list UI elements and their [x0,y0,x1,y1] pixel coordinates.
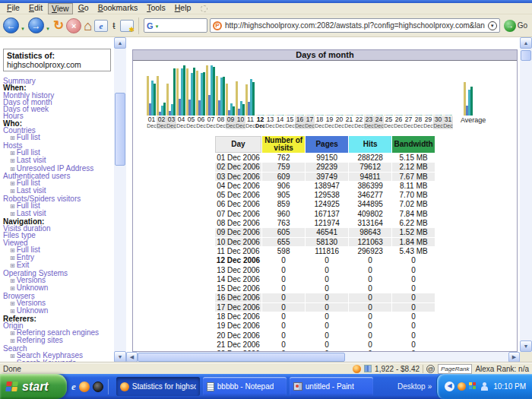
quicklaunch-media-icon[interactable] [93,382,103,392]
day-label: 14Dec [275,116,285,129]
url-text[interactable]: http://highschoolproxy.com:2082/awstats.… [225,21,485,30]
hscroll-right-icon[interactable]: ▶ [508,352,520,363]
table-cell: 0 [392,340,435,349]
back-button[interactable]: ← [3,17,19,33]
main-scroll-up-icon[interactable]: ▲ [520,37,532,49]
table-cell: 609 [262,173,305,181]
desktop-chevron-icon[interactable]: » [428,382,432,391]
task-label: bbbbb - Notepad [217,382,274,391]
chart-day-group [216,76,226,116]
chart-day-group [354,115,364,116]
table-cell: 19 Dec 2006 [215,321,261,330]
table-cell: 12 Dec 2006 [215,256,261,264]
search-engine-dropdown-icon[interactable]: ▼ [155,24,160,29]
sidebar-scrollbar[interactable]: ▲ ▼ [114,37,126,363]
menu-edit[interactable]: Edit [25,3,46,14]
traffic-chart-icon[interactable] [364,365,372,372]
table-cell: 03 Dec 2006 [215,173,261,181]
go-button[interactable]: → Go [502,20,529,32]
forward-icon: → [31,21,40,31]
table-row-05-dec-2006: 05 Dec 20069051295383462777.70 MB [215,191,435,199]
chart-day-group [196,71,206,116]
task-button-bbbbb-notepad[interactable]: bbbbb - Notepad [203,377,287,396]
main-scrollbar[interactable]: ▲ ▼ [520,37,532,352]
bar-bandwidth-mb [163,103,166,116]
table-cell: 7.70 MB [392,191,435,199]
column-header-bandwidth: Bandwidth [392,136,435,153]
table-cell: 859 [262,200,305,208]
chart-day-group [404,115,413,116]
menu-bookmarks[interactable]: Bookmarks [94,3,142,14]
chart-day-group [236,81,245,116]
start-button[interactable]: start [0,374,67,399]
desktop-label[interactable]: Desktop [397,382,426,391]
expand-icon: ⊞ [10,300,15,307]
quicklaunch-firefox-icon[interactable] [79,382,90,392]
table-cell: 05 Dec 2006 [215,191,261,199]
forward-dropdown-icon[interactable]: ▼ [46,27,50,31]
search-engine-icon[interactable]: G [147,21,154,30]
menu-go[interactable]: Go [74,3,93,14]
sidebar-scroll-down-icon[interactable]: ▼ [114,351,126,363]
taskbar: start e Statistics for highsch...bbbbb -… [0,374,532,399]
chart-day-group [305,115,315,116]
sidebar-item-unknown[interactable]: ⊞Unknown [3,307,112,315]
hscroll-left-icon[interactable]: ◀ [126,352,138,363]
tray-grid-icon[interactable] [469,382,477,391]
hscroll-thumb[interactable] [138,353,345,362]
search-input[interactable] [161,21,204,30]
tray-user-icon[interactable] [480,382,489,391]
table-cell: 2.12 MB [392,163,435,171]
at-icon[interactable]: @ [426,365,435,373]
sidebar-scroll-thumb[interactable] [115,93,125,166]
hscroll-track[interactable] [138,352,508,363]
table-row-04-dec-2006: 04 Dec 20069061389473863998.11 MB [215,182,435,190]
table-cell: 5.43 MB [392,247,435,255]
bar-bandwidth-mb [213,67,215,116]
stop-button[interactable]: × [66,18,81,33]
table-cell: 0 [306,275,348,283]
sidebar-scroll-up-icon[interactable]: ▲ [114,37,126,49]
browser-window: FileEditViewGoBookmarksToolsHelp ← ▼ → ▼… [0,0,532,399]
table-cell: 138947 [306,182,348,190]
firefox-status-icon[interactable] [353,365,361,373]
main-scroll-thumb[interactable] [521,50,531,61]
day-label: 27Dec [404,116,413,129]
bar-bandwidth-mb [312,115,314,116]
address-bar[interactable]: P http://highschoolproxy.com:2082/awstat… [210,18,500,33]
main-scroll-track[interactable] [520,49,532,340]
web-search-box[interactable]: G ▼ [144,18,207,33]
plugin-tool-icon[interactable]: ŧ [110,21,118,31]
reload-button[interactable]: ↻ [53,18,64,33]
table-cell: 1.84 MB [392,238,435,246]
column-header-day: Day [215,136,261,153]
table-cell: 121063 [349,238,391,246]
task-button-statistics-for-highsch[interactable]: Statistics for highsch... [116,377,200,396]
menu-help[interactable]: Help [171,3,195,14]
task-button-untitled-paint[interactable]: untitled - Paint [290,377,373,396]
bar-bandwidth-mb [450,115,452,116]
table-row-07-dec-2006: 07 Dec 20069601671374098027.84 MB [215,210,435,218]
day-label: 13Dec [265,116,275,129]
main-horizontal-scrollbar[interactable]: ◀ ▶ [126,352,520,363]
pagerank-widget[interactable]: PageRank [438,364,472,374]
menu-tools[interactable]: Tools [143,3,169,14]
back-dropdown-icon[interactable]: ▼ [21,27,25,31]
window-settings-button[interactable]: ✱ [120,20,134,32]
tray-firefox-icon[interactable] [458,382,466,391]
address-dropdown-icon[interactable]: ▼ [488,21,497,30]
quicklaunch-ie-icon[interactable]: e [71,381,76,393]
status-bar: Done 1,922 - $8.42 @ PageRank Alexa Rank… [0,363,532,374]
sidebar-scroll-track[interactable] [114,49,126,351]
forward-button[interactable]: → [28,17,44,33]
table-cell: 0 [306,256,348,264]
menu-file[interactable]: File [3,3,24,14]
tray-collapse-icon[interactable]: ◀ [445,382,454,391]
home-button[interactable]: ⌂ [84,18,92,33]
chart-day-group [384,115,394,116]
desktop-toolbar[interactable]: Desktop » [397,382,436,391]
main-scroll-down-icon[interactable]: ▼ [520,340,532,352]
table-cell: 0 [349,266,391,274]
ie-launcher-button[interactable]: e [94,20,108,32]
menu-view[interactable]: View [48,3,73,14]
